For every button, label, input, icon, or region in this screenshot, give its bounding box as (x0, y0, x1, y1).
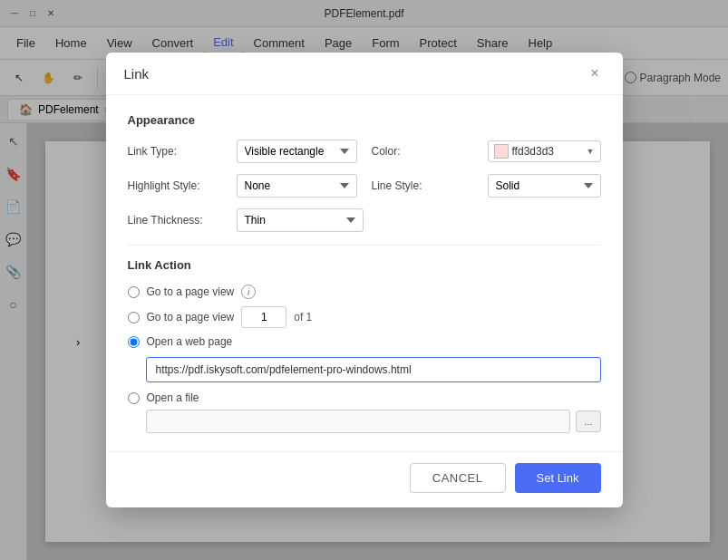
file-browse-button[interactable]: ... (576, 410, 600, 432)
dialog-title: Link (124, 66, 150, 82)
color-dropdown-caret[interactable]: ▼ (587, 147, 595, 156)
go-page-view-2-row: Go to a page view of 1 (128, 306, 601, 328)
page-of-text: of 1 (294, 311, 312, 323)
line-thickness-select[interactable]: Thin (237, 208, 364, 232)
set-link-button[interactable]: Set Link (515, 463, 601, 493)
file-path-input[interactable] (146, 410, 571, 433)
appearance-section-title: Appearance (128, 113, 601, 127)
highlight-style-label: Highlight Style: (128, 179, 237, 192)
highlight-linestyle-row: Highlight Style: None Line Style: Solid (128, 174, 601, 198)
url-input[interactable] (146, 357, 601, 382)
highlight-style-field: Highlight Style: None (128, 174, 357, 198)
open-web-radio[interactable] (128, 336, 140, 348)
line-style-field: Line Style: Solid (372, 174, 601, 198)
dialog-header: Link × (106, 53, 623, 95)
dialog-body: Appearance Link Type: Visible rectangle … (106, 95, 623, 451)
open-web-row: Open a web page (128, 335, 601, 348)
dialog-footer: CANCEL Set Link (106, 451, 623, 507)
line-thickness-label: Line Thickness: (128, 214, 237, 227)
modal-overlay: Link × Appearance Link Type: Visible rec… (0, 0, 728, 560)
line-thickness-row: Line Thickness: Thin (128, 208, 601, 232)
color-label: Color: (372, 145, 480, 158)
open-file-label: Open a file (147, 391, 199, 404)
section-divider (128, 245, 601, 246)
link-type-field: Link Type: Visible rectangle (128, 140, 357, 163)
info-icon: i (241, 285, 256, 299)
open-file-row: Open a file (128, 391, 601, 404)
cancel-button[interactable]: CANCEL (410, 463, 506, 493)
go-page-view-1-row: Go to a page view i (128, 285, 601, 299)
file-input-row: ... (146, 410, 601, 433)
line-style-select[interactable]: Solid (488, 174, 601, 198)
color-swatch (494, 144, 509, 159)
go-page-view-2-label: Go to a page view (147, 311, 235, 323)
link-type-label: Link Type: (128, 145, 237, 158)
go-page-view-1-label: Go to a page view (147, 285, 235, 298)
go-page-view-1-radio[interactable] (128, 286, 140, 298)
line-style-label: Line Style: (372, 179, 480, 192)
open-web-label: Open a web page (147, 335, 233, 348)
highlight-style-select[interactable]: None (237, 174, 357, 198)
go-page-view-2-radio[interactable] (128, 312, 140, 323)
link-type-select[interactable]: Visible rectangle (237, 140, 357, 163)
link-dialog: Link × Appearance Link Type: Visible rec… (106, 53, 623, 507)
color-picker[interactable]: ffd3d3d3 ▼ (488, 140, 601, 162)
open-file-radio[interactable] (128, 392, 140, 404)
link-action-section-title: Link Action (128, 258, 601, 272)
dialog-close-button[interactable]: × (585, 63, 604, 83)
color-field: Color: ffd3d3d3 ▼ (372, 140, 601, 163)
color-value: ffd3d3d3 (512, 145, 583, 158)
link-type-color-row: Link Type: Visible rectangle Color: ffd3… (128, 140, 601, 163)
page-number-input[interactable] (241, 306, 286, 328)
